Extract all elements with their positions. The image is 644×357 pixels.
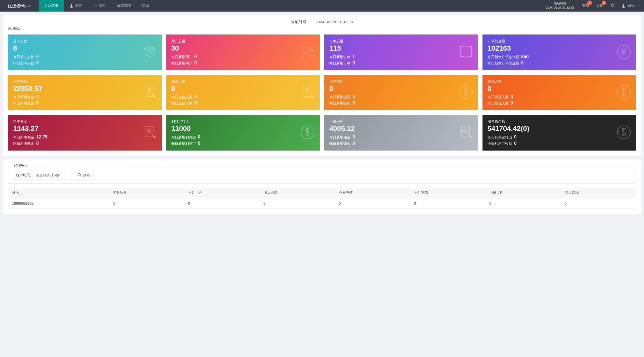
nav-withdraw[interactable]: 提现 0 [593, 0, 607, 12]
stat-card-6: 用户提现0今日新增提现 0昨日新增提现 0 [324, 75, 478, 111]
card-row-yesterday: 昨日新增提现 0 [329, 100, 473, 106]
card-value: 1143.27 [13, 124, 157, 133]
card-row-today: 今日利息宝转出 0 [488, 134, 631, 140]
card-row-today: 今日新增提现 0 [329, 94, 473, 99]
card-row-yesterday: 昨日新增佣金 0 [329, 141, 473, 146]
nav-item-label: 后台首页 [44, 4, 58, 8]
card-value: 102163 [488, 44, 631, 53]
card-title: 抢单佣金 [13, 119, 157, 124]
nav-time-label: 当地时间 [554, 2, 566, 6]
card-title: 订单总量 [329, 39, 473, 44]
card-value: 30 [171, 44, 315, 53]
table-cell: 0 [109, 198, 184, 208]
search-button[interactable]: 搜索 [74, 171, 94, 180]
card-row-today: 今日提现人数 0 [488, 94, 631, 99]
nav-user[interactable]: admin ﹀ [618, 0, 644, 12]
card-value: 8 [171, 84, 315, 93]
card-row-yesterday: 昨日新增用户 0 [171, 60, 315, 66]
stats-panel: 当地时间： 2024-09-28 21:32:38 商城统计 首冲人数8今日首冲… [3, 15, 641, 156]
card-value: 0 [488, 84, 631, 93]
stat-time-input[interactable] [33, 171, 71, 180]
card-value: 11000 [171, 124, 315, 133]
table-header-cell: 团队余额 [259, 188, 335, 198]
nav-icon [69, 4, 73, 8]
card-title: 用户提现 [329, 79, 473, 84]
doc-icon [300, 85, 315, 100]
card-row-yesterday: 昨日新增佣金 0 [13, 141, 157, 146]
book-icon [458, 44, 473, 60]
nav-right: 当地时间 2024-09-28 21:32:38 充值 14 提现 0 admi… [541, 0, 644, 12]
table-cell: 0 [410, 198, 485, 208]
card-title: 用户总余额 [488, 119, 631, 124]
card-title: 下级返佣 [329, 119, 473, 124]
nav-item-label: 交易 [99, 4, 106, 8]
table-header-row: 姓名客服数量累计用户团队余额今日充值累计充值今日提现累计提现 [8, 188, 636, 198]
table-header-cell: 今日充值 [335, 188, 410, 198]
card-row-today: 今日新增充值 0 [13, 94, 157, 99]
nav-item-2[interactable]: 交易 [88, 0, 111, 12]
nav-icon [93, 4, 97, 8]
card-value: 541704.42(0) [488, 124, 631, 133]
card-grid: 首冲人数8今日首冲人数 0昨日首冲人数 0用户总量30今日新增用户 0昨日新增用… [8, 34, 636, 151]
chevron-down-icon: ﹀ [638, 4, 640, 8]
nav-item-3[interactable]: 系统管理 [111, 0, 136, 12]
nav-item-label: 商城 [142, 4, 149, 8]
table-header-cell: 累计用户 [184, 188, 259, 198]
table-header-cell: 客服数量 [109, 188, 184, 198]
dollar-icon [616, 125, 631, 140]
local-time-label: 当地时间： [291, 20, 310, 24]
card-row-yesterday: 昨日新增订单 0 [329, 60, 473, 66]
doc-icon [458, 125, 473, 140]
table-cell: 0 [485, 198, 560, 208]
agent-panel: 代理统计 统计时间 搜索 姓名客服数量累计用户团队余额今日充值累计充值今日提现累… [3, 159, 641, 214]
nav-recharge[interactable]: 充值 14 [579, 0, 593, 12]
section-title-mall-stats: 商城统计 [8, 26, 636, 31]
yen-icon [616, 44, 631, 60]
stat-card-1: 用户总量30今日新增用户 0昨日新增用户 0 [166, 34, 320, 70]
card-value: 8 [13, 44, 157, 53]
nav-item-1[interactable]: 角色 [64, 0, 88, 12]
layers-icon [142, 44, 157, 60]
table-header-cell: 累计充值 [410, 188, 485, 198]
table-cell: 0 [259, 198, 335, 208]
card-row-yesterday: 今日利息宝收益 0 [488, 141, 631, 146]
card-title: 订单总金额 [488, 39, 631, 44]
card-title: 用户总量 [171, 39, 315, 44]
card-row-today: 今日新增订单总金额 850 [488, 54, 631, 59]
card-row-today: 今日新增佣金 12.75 [13, 134, 157, 140]
card-row-yesterday: 昨日新增充值 0 [13, 100, 157, 106]
nav-withdraw-badge: 0 [602, 1, 606, 5]
table-row: 188888888880000000 [8, 198, 636, 208]
stat-card-4: 用户充值28850.57今日新增充值 0昨日新增充值 0 [8, 75, 162, 111]
table-cell: 18888888888 [8, 198, 109, 208]
agent-filter: 统计时间 搜索 [13, 171, 631, 180]
stat-card-2: 订单总量115今日新增订单 1昨日新增订单 0 [324, 34, 478, 70]
refresh-icon [610, 4, 614, 8]
table-header-cell: 姓名 [8, 188, 109, 198]
brand-name: 优选源码 [8, 3, 26, 9]
card-row-yesterday: 昨日首冲人数 0 [13, 60, 157, 66]
table-cell: 0 [335, 198, 410, 208]
stat-card-10: 下级返佣4005.12今日新增佣金 0昨日新增佣金 0 [324, 115, 478, 151]
dollar-icon [458, 85, 473, 100]
nav-item-label: 系统管理 [117, 4, 131, 8]
table-header-cell: 累计提现 [561, 188, 636, 198]
agent-table: 姓名客服数量累计用户团队余额今日充值累计充值今日提现累计提现 188888888… [8, 188, 636, 209]
card-title: 利息宝转入 [171, 119, 315, 124]
nav-time: 当地时间 2024-09-28 21:32:38 [541, 0, 578, 12]
stat-card-8: 抢单佣金1143.27今日新增佣金 12.75昨日新增佣金 0 [8, 115, 162, 151]
card-value: 115 [329, 44, 473, 53]
card-row-today: 今日新增利息宝 0 [171, 134, 315, 140]
nav-refresh[interactable] [607, 0, 618, 12]
card-value: 4005.12 [329, 124, 473, 133]
card-value: 28850.57 [13, 84, 157, 93]
nav-item-0[interactable]: 后台首页 [39, 0, 64, 12]
card-title: 首冲人数 [13, 39, 157, 44]
local-time: 当地时间： 2024-09-28 21:32:38 [8, 20, 636, 24]
nav-time-value: 2024-09-28 21:32:38 [546, 6, 574, 10]
dollar-icon [300, 125, 315, 140]
doc-icon [142, 125, 157, 140]
card-row-yesterday: 昨日新增订单总金额 0 [488, 60, 631, 66]
nav-item-4[interactable]: 商城 [136, 0, 154, 12]
card-value: 0 [329, 84, 473, 93]
